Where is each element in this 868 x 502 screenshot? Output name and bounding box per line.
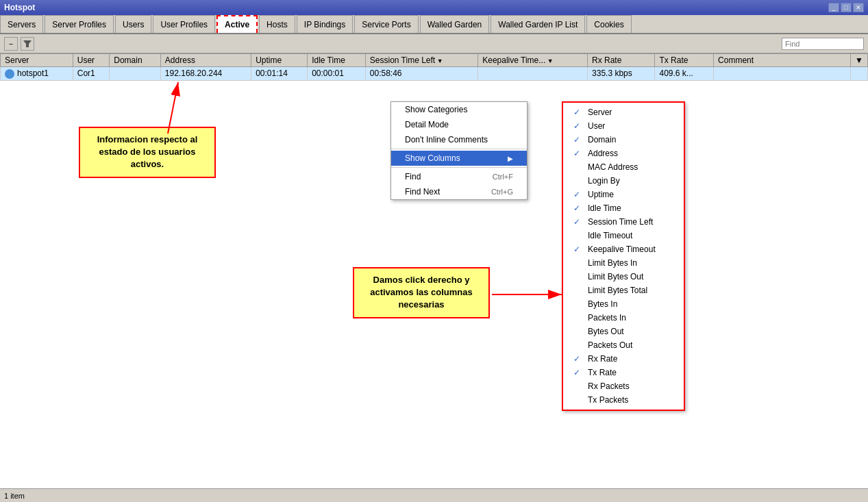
col-server[interactable]: Server bbox=[1, 54, 73, 67]
submenu-packets-in[interactable]: Packets In bbox=[563, 311, 684, 325]
table-row[interactable]: hotspot1 Cor1 192.168.20.244 00:01:14 00… bbox=[1, 67, 868, 81]
tab-servers[interactable]: Servers bbox=[0, 15, 43, 33]
minimize-button[interactable]: _ bbox=[828, 3, 839, 12]
cell-tx-rate: 409.6 k... bbox=[655, 67, 714, 81]
filter-icon bbox=[23, 40, 32, 48]
tab-cookies[interactable]: Cookies bbox=[586, 15, 631, 33]
menu-show-columns[interactable]: Show Columns ▶ bbox=[391, 151, 527, 166]
tab-ip-bindings[interactable]: IP Bindings bbox=[297, 15, 354, 33]
menu-detail-mode[interactable]: Detail Mode bbox=[391, 117, 527, 132]
submenu-idle-timeout[interactable]: Idle Timeout bbox=[563, 229, 684, 242]
col-expand[interactable]: ▼ bbox=[851, 54, 868, 67]
submenu-bytes-out[interactable]: Bytes Out bbox=[563, 325, 684, 338]
cell-server: hotspot1 bbox=[1, 67, 73, 81]
submenu-limit-bytes-out[interactable]: Limit Bytes Out bbox=[563, 270, 684, 284]
tab-user-profiles[interactable]: User Profiles bbox=[153, 15, 215, 33]
submenu-mac-address[interactable]: MAC Address bbox=[563, 160, 684, 174]
col-tx-rate[interactable]: Tx Rate bbox=[655, 54, 714, 67]
close-button[interactable]: ✕ bbox=[853, 3, 864, 12]
cell-comment bbox=[714, 67, 851, 81]
submenu-limit-bytes-in[interactable]: Limit Bytes In bbox=[563, 256, 684, 270]
cell-keepalive-time bbox=[478, 67, 588, 81]
menu-show-categories[interactable]: Show Categories bbox=[391, 102, 527, 117]
submenu-login-by[interactable]: Login By bbox=[563, 174, 684, 188]
submenu-user[interactable]: ✓User bbox=[563, 119, 684, 133]
title-bar: Hotspot _ □ ✕ bbox=[0, 0, 868, 15]
cell-rx-rate: 335.3 kbps bbox=[588, 67, 655, 81]
col-session-time-left[interactable]: Session Time Left bbox=[365, 54, 478, 67]
tab-walled-garden-ip-list[interactable]: Walled Garden IP List bbox=[491, 15, 585, 33]
submenu-session-time-left[interactable]: ✓Session Time Left bbox=[563, 215, 684, 229]
annotation-box-2: Damos click derecho y activamos las colu… bbox=[353, 267, 490, 318]
submenu-address[interactable]: ✓Address bbox=[563, 147, 684, 160]
menu-separator-1 bbox=[391, 149, 527, 149]
data-table: Server User Domain Address Uptime Idle T… bbox=[0, 53, 868, 81]
tab-bar: Servers Server Profiles Users User Profi… bbox=[0, 15, 868, 34]
context-menu: Show Categories Detail Mode Don't Inline… bbox=[390, 101, 528, 200]
menu-separator-2 bbox=[391, 167, 527, 168]
tab-hosts[interactable]: Hosts bbox=[259, 15, 295, 33]
col-comment[interactable]: Comment bbox=[714, 54, 851, 67]
submenu-rx-rate[interactable]: ✓Rx Rate bbox=[563, 352, 684, 366]
col-user[interactable]: User bbox=[73, 54, 110, 67]
col-domain[interactable]: Domain bbox=[110, 54, 161, 67]
svg-marker-0 bbox=[23, 40, 32, 47]
status-text: 1 item bbox=[4, 492, 25, 500]
submenu-keepalive-timeout[interactable]: ✓Keepalive Timeout bbox=[563, 242, 684, 256]
cell-user: Cor1 bbox=[73, 67, 110, 81]
submenu-arrow: ▶ bbox=[508, 155, 513, 162]
tab-walled-garden[interactable]: Walled Garden bbox=[420, 15, 490, 33]
cell-idle-time: 00:00:01 bbox=[308, 67, 366, 81]
col-idle-time[interactable]: Idle Time bbox=[308, 54, 366, 67]
window-container: Hotspot _ □ ✕ Servers Server Profiles Us… bbox=[0, 0, 868, 502]
submenu-idle-time[interactable]: ✓Idle Time bbox=[563, 201, 684, 215]
status-bar: 1 item bbox=[0, 488, 868, 502]
toolbar: − bbox=[0, 34, 868, 53]
col-rx-rate[interactable]: Rx Rate bbox=[588, 54, 655, 67]
minus-button[interactable]: − bbox=[4, 37, 18, 51]
menu-find-next[interactable]: Find Next Ctrl+G bbox=[391, 184, 527, 199]
submenu-server[interactable]: ✓Server bbox=[563, 105, 684, 119]
find-input[interactable] bbox=[782, 38, 864, 50]
filter-button[interactable] bbox=[21, 37, 34, 51]
cell-uptime: 00:01:14 bbox=[251, 67, 308, 81]
submenu-packets-out[interactable]: Packets Out bbox=[563, 338, 684, 352]
tab-active[interactable]: Active bbox=[216, 15, 258, 33]
menu-dont-inline-comments[interactable]: Don't Inline Comments bbox=[391, 132, 527, 147]
cell-address: 192.168.20.244 bbox=[160, 67, 251, 81]
submenu-limit-bytes-total[interactable]: Limit Bytes Total bbox=[563, 284, 684, 297]
cell-domain bbox=[110, 67, 161, 81]
submenu-bytes-in[interactable]: Bytes In bbox=[563, 297, 684, 311]
col-address[interactable]: Address bbox=[160, 54, 251, 67]
submenu-uptime[interactable]: ✓Uptime bbox=[563, 188, 684, 201]
cell-expand bbox=[851, 67, 868, 81]
window-title: Hotspot bbox=[4, 3, 35, 12]
menu-find[interactable]: Find Ctrl+F bbox=[391, 169, 527, 184]
title-bar-controls: _ □ ✕ bbox=[828, 3, 864, 12]
cell-session-time-left: 00:58:46 bbox=[365, 67, 478, 81]
tab-server-profiles[interactable]: Server Profiles bbox=[45, 15, 114, 33]
tab-users[interactable]: Users bbox=[115, 15, 151, 33]
maximize-button[interactable]: □ bbox=[841, 3, 852, 12]
submenu-rx-packets[interactable]: Rx Packets bbox=[563, 379, 684, 393]
submenu-tx-rate[interactable]: ✓Tx Rate bbox=[563, 366, 684, 379]
submenu-domain[interactable]: ✓Domain bbox=[563, 133, 684, 147]
row-icon bbox=[5, 69, 14, 79]
col-keepalive-time[interactable]: Keepalive Time... bbox=[478, 54, 588, 67]
submenu: ✓Server ✓User ✓Domain ✓Address MAC Addre… bbox=[562, 101, 685, 411]
tab-service-ports[interactable]: Service Ports bbox=[354, 15, 418, 33]
annotation-box-1: Informacion respecto al estado de los us… bbox=[79, 127, 216, 178]
col-uptime[interactable]: Uptime bbox=[251, 54, 308, 67]
find-box bbox=[782, 38, 864, 50]
submenu-tx-packets[interactable]: Tx Packets bbox=[563, 393, 684, 407]
